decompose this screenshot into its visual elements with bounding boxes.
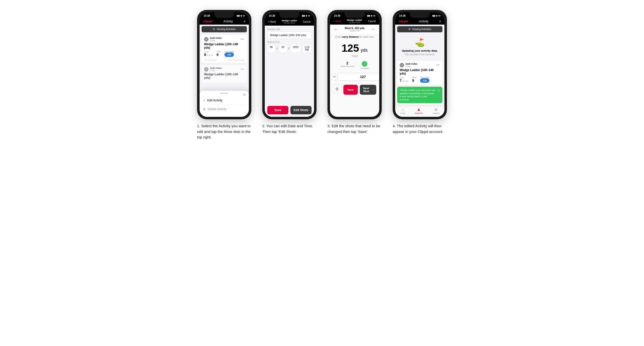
phone-3-notch xyxy=(345,12,364,18)
stat-shots-1: Shots 9 xyxy=(216,51,221,57)
card-user-4: J Josh Coles Today xyxy=(400,63,417,67)
stat-quality-4: Shot Quality 118 xyxy=(420,77,430,83)
nav-hamburger-4[interactable]: ≡ xyxy=(439,20,441,23)
shot-counter-bar-3: ← Shot 6, 125 yds Score 7/9 → xyxy=(330,25,379,34)
activity-card-4[interactable]: J Josh Coles Today ••• Wedge Ladder (100… xyxy=(397,61,442,85)
status-time-1: 14:38 xyxy=(204,14,210,17)
card-user-1: J Josh Coles Today xyxy=(204,37,222,41)
card-title-2: Wedge Ladder (100–140 yds) xyxy=(204,73,244,80)
screen-content-1: ⚙ Viewing Activities J Josh Coles Today xyxy=(200,25,249,117)
phone-3-frame: 14:39 ▮▮▮ ◆ 38 < Back Wedge Ladder 06 Ma… xyxy=(328,10,382,119)
avatar-4: J xyxy=(400,63,404,67)
spacer-4 xyxy=(395,104,444,106)
activity-card-2[interactable]: J Josh Coles Today ••• Wedge Ladder (100… xyxy=(202,65,247,83)
viewing-icon-4: ⚙ xyxy=(408,28,410,30)
nav-title-1: Activity xyxy=(224,20,233,23)
avatar-1: J xyxy=(204,37,208,41)
caption-2: 2. You can edit Date and Time. Then tap … xyxy=(262,123,316,135)
nav-hamburger-1[interactable]: ≡ xyxy=(244,20,245,23)
score-value-1: 9 xyxy=(204,53,206,57)
save-shot-button-3[interactable]: Save xyxy=(344,85,358,95)
activity-card-1[interactable]: J Josh Coles Today ••• Wedge Ladder (100… xyxy=(202,35,247,63)
date-month-seg[interactable]: 03 xyxy=(279,44,287,53)
practice-title-input[interactable] xyxy=(267,31,312,39)
shot-nav-title-3: Wedge Ladder xyxy=(347,19,362,21)
practice-title-label: Practice Title xyxy=(267,28,312,30)
shot-input-row-3: − + xyxy=(330,71,379,83)
time-seg[interactable]: 1:13 PM xyxy=(302,44,312,53)
card-footer-1: Test Information Data: Clippd Capture xyxy=(204,58,244,61)
cancel-button-2[interactable]: Cancel xyxy=(303,20,310,23)
user-name-4: Josh Coles xyxy=(405,63,417,65)
shot-value-input-3[interactable] xyxy=(338,73,379,81)
hit-target-metric: ✓ Hit Target xyxy=(360,61,369,69)
nav-center-2: Wedge Ladder 06 Mar 2023 xyxy=(282,19,297,24)
datetime-section: Date & Time 06 / 03 / 2023 1:13 PM xyxy=(267,41,312,53)
outof-1: OUT OF xyxy=(206,54,213,56)
next-shot-button-3[interactable]: Next Shot → xyxy=(360,85,376,95)
shot-counter-title-3: Shot 6, 125 yds xyxy=(345,27,364,29)
golf-flag-icon: ⛳ xyxy=(415,38,425,47)
nav-logo-4: clippd xyxy=(399,19,408,23)
shots-value-1: 9 xyxy=(216,53,218,57)
sheet-handle-1 xyxy=(220,93,228,94)
avatar-2: J xyxy=(204,67,208,72)
tab-activities-4[interactable]: ♟ Activities xyxy=(415,108,423,114)
delete-activity-item[interactable]: 🗑 Delete Activity xyxy=(203,105,245,113)
nav-bar-4: clippd Activity ≡ xyxy=(395,18,444,25)
card-dots-2[interactable]: ••• xyxy=(240,68,244,71)
viewing-label-4: Viewing Activities xyxy=(412,28,431,30)
form-nav-2: < Back Wedge Ladder 06 Mar 2023 Cancel xyxy=(265,18,314,26)
form-spacer-2 xyxy=(267,55,312,102)
user-date-4: Today xyxy=(405,65,417,67)
loading-sub-4: This may take a few moments. xyxy=(404,53,435,56)
test-info-1: Test Information xyxy=(204,59,216,61)
nav-logo-1: clippd xyxy=(203,19,212,23)
tab-home-4[interactable]: ⌂ Home xyxy=(400,108,405,114)
viewing-bar-1: ⚙ Viewing Activities xyxy=(202,26,247,32)
status-icons-3: ▮▮▮ ◆ 38 xyxy=(367,15,375,17)
status-time-3: 14:39 xyxy=(334,14,340,17)
delete-button-3[interactable]: 🗑 xyxy=(333,85,342,93)
card-dots-4[interactable]: ••• xyxy=(436,63,440,67)
date-day-seg[interactable]: 06 xyxy=(267,44,275,53)
viewing-bar-4: ⚙ Viewing Activities xyxy=(397,26,442,32)
next-arrow-3[interactable]: → xyxy=(371,27,375,31)
back-button-3[interactable]: < Back xyxy=(334,20,341,23)
user-date-2: Today xyxy=(210,69,222,72)
phone-3-screen: 14:39 ▮▮▮ ◆ 38 < Back Wedge Ladder 06 Ma… xyxy=(330,12,379,117)
edit-shots-button-2[interactable]: Edit Shots xyxy=(290,106,312,114)
stat-shots-4: Shots 9 xyxy=(412,77,416,83)
difference-label-3: Difference (yds) xyxy=(340,65,354,67)
save-button-2[interactable]: Save xyxy=(267,106,288,114)
cancel-button-3[interactable]: Cancel xyxy=(368,20,376,23)
prev-arrow-3[interactable]: ← xyxy=(334,27,338,31)
practice-title-section: Practice Title xyxy=(267,28,312,39)
sheet-close-1[interactable]: ✕ xyxy=(243,93,246,97)
distance-value-3: 125 xyxy=(342,42,359,54)
status-icons-1: ▮▮▮ ◆ 38 xyxy=(237,15,245,17)
nav-bar-1: clippd Activity ≡ xyxy=(200,18,249,25)
date-year-seg[interactable]: 2023 xyxy=(291,44,300,53)
user-info-2: Josh Coles Today xyxy=(210,67,222,72)
edit-activity-item[interactable]: ✏ Edit Activity xyxy=(203,96,245,105)
edit-activity-label: Edit Activity xyxy=(207,99,222,102)
toast-close-4[interactable]: ✕ xyxy=(438,89,440,93)
phone-4-screen: 14:38 ▮▮▮ ◆ 38 clippd Activity ≡ xyxy=(395,12,444,117)
form-buttons-2: Save Edit Shots xyxy=(267,104,312,114)
decrement-button-3[interactable]: − xyxy=(333,73,336,81)
delete-activity-label: Delete Activity xyxy=(208,107,226,111)
outof-4: OUT OF xyxy=(402,80,408,82)
tab-home-label-4: Home xyxy=(400,112,405,114)
pencil-icon: ✏ xyxy=(203,99,205,102)
tab-activities-label-4: Activities xyxy=(415,112,423,114)
status-icons-4: ▮▮▮ ◆ 38 xyxy=(432,15,440,17)
shot-metrics-3: 2 Difference (yds) ✓ Hit Target xyxy=(330,60,379,71)
tab-capture-4[interactable]: ⊕ Capture xyxy=(432,108,440,114)
back-button-2[interactable]: < Back xyxy=(268,20,276,23)
nav-title-4: Activity xyxy=(419,20,428,23)
card-dots-1[interactable]: ••• xyxy=(240,37,244,41)
form-nav-sub-2: 06 Mar 2023 xyxy=(282,22,297,24)
phone-1-notch xyxy=(214,12,234,18)
viewing-icon-1: ⚙ xyxy=(213,28,215,30)
